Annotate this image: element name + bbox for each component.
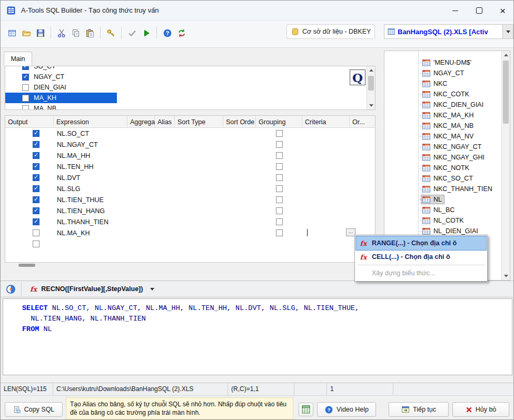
expression-cell[interactable]: NL.MA_KH	[54, 227, 127, 238]
grouping-checkbox[interactable]	[276, 207, 283, 214]
column-header-output[interactable]: Output	[5, 116, 54, 128]
output-checkbox[interactable]	[33, 207, 39, 214]
copy-sql-button[interactable]: Copy SQL	[5, 402, 63, 417]
grouping-checkbox[interactable]	[276, 229, 283, 236]
combo-dropdown-button[interactable]	[502, 25, 513, 38]
tree-item[interactable]: 'MENU-DM$'	[384, 57, 501, 68]
tree-item-selected[interactable]: NL	[384, 194, 501, 205]
expression-cell[interactable]: NL.TIEN_HANG	[54, 205, 127, 216]
close-button[interactable]	[491, 1, 514, 21]
column-header-alias[interactable]: Alias	[155, 116, 175, 128]
connection-button[interactable]	[174, 26, 189, 40]
expression-cell[interactable]: NL.MA_HH	[54, 150, 127, 161]
new-query-button[interactable]	[5, 26, 19, 40]
output-checkbox[interactable]	[33, 141, 39, 148]
tree-item[interactable]: NKC_MA_KH	[384, 110, 501, 121]
field-checkbox[interactable]	[22, 66, 29, 70]
tree-item[interactable]: NGAY_CT	[384, 68, 501, 78]
output-checkbox[interactable]	[33, 229, 39, 236]
tree-item[interactable]: NKC	[384, 78, 501, 89]
grouping-checkbox[interactable]	[276, 174, 283, 181]
output-checkbox[interactable]	[33, 196, 39, 203]
tree-item[interactable]: NKC_NOTK	[384, 163, 501, 173]
grouping-checkbox[interactable]	[276, 141, 283, 148]
output-checkbox[interactable]	[33, 185, 39, 192]
grouping-checkbox[interactable]	[276, 152, 283, 159]
grouping-checkbox[interactable]	[276, 163, 283, 170]
scroll-down-button[interactable]	[502, 272, 510, 280]
tree-item[interactable]: NKC_COTK	[384, 89, 501, 99]
field-list-item-selected[interactable]: MA_KH	[5, 93, 117, 103]
expression-cell[interactable]: NL.TIEN_THUE	[54, 194, 127, 205]
workbook-combobox[interactable]: BanHangSQL (2).XLS [Activ	[384, 24, 513, 39]
validate-button[interactable]	[125, 26, 139, 40]
copy-button[interactable]	[68, 26, 83, 40]
run-button[interactable]	[139, 26, 153, 40]
tree-item[interactable]: NKC_NGAY_CT	[384, 142, 501, 152]
expression-cell[interactable]: NL.NGAY_CT	[54, 139, 127, 150]
field-list-scrollbar[interactable]	[367, 66, 375, 109]
tree-item[interactable]: NL_COTK	[384, 215, 501, 226]
field-list-item[interactable]: DIEN_GIAI	[5, 82, 117, 93]
search-query-button[interactable]: Q	[350, 69, 365, 85]
continue-button[interactable]: Tiếp tục	[389, 402, 449, 417]
tree-item[interactable]: NKC_MA_NV	[384, 131, 501, 142]
open-button[interactable]	[19, 26, 33, 40]
field-list-item[interactable]: NGAY_CT	[5, 72, 117, 82]
field-checkbox[interactable]	[22, 95, 29, 102]
output-checkbox[interactable]	[33, 174, 39, 181]
sql-editor[interactable]: SELECT NL.SO_CT, NL.NGAY_CT, NL.MA_HH, N…	[3, 298, 512, 375]
expression-cell[interactable]: NL.THANH_TIEN	[54, 216, 127, 227]
scroll-up-button[interactable]	[502, 51, 510, 59]
output-checkbox[interactable]	[33, 163, 39, 170]
expression-cell[interactable]: NL.TEN_HH	[54, 161, 127, 172]
save-button[interactable]	[33, 26, 47, 40]
database-button[interactable]: Cơ sở dữ liệu - DBKEY	[286, 24, 375, 39]
menu-item-range[interactable]: fx RANGE(...) - Chọn địa chỉ ô	[356, 236, 486, 250]
output-checkbox[interactable]	[33, 241, 39, 247]
grouping-checkbox[interactable]	[276, 218, 283, 225]
expression-cell[interactable]: NL.SO_CT	[54, 128, 127, 139]
tree-item[interactable]: NKC_DIEN_GIAI	[384, 99, 501, 110]
expression-cell[interactable]: NL.SLG	[54, 183, 127, 194]
field-list-item[interactable]: MA_NB	[5, 103, 117, 110]
tree-item[interactable]: NKC_MA_NB	[384, 121, 501, 131]
scroll-down-button[interactable]	[367, 102, 375, 109]
minimize-button[interactable]	[443, 1, 467, 21]
column-header-grouping[interactable]: Grouping	[256, 116, 302, 128]
horizontal-scrollbar[interactable]	[5, 264, 375, 267]
paste-button[interactable]	[83, 26, 97, 40]
grouping-checkbox[interactable]	[276, 196, 283, 203]
key-button[interactable]	[104, 26, 118, 40]
expression-cell[interactable]: NL.DVT	[54, 172, 127, 183]
expression-cell[interactable]	[54, 238, 127, 249]
column-header-sort-type[interactable]: Sort Type	[175, 116, 223, 128]
output-checkbox[interactable]	[33, 152, 39, 159]
output-checkbox[interactable]	[33, 130, 39, 137]
field-list-item[interactable]: SO_CT	[5, 66, 117, 72]
tree-item[interactable]: NKC_THANH_TIEN	[384, 184, 501, 194]
cancel-button[interactable]: Hủy bỏ	[452, 402, 509, 417]
video-help-button[interactable]: Video Help	[317, 402, 376, 417]
menu-item-build-expression[interactable]: Xây dựng biểu thức...	[356, 266, 486, 280]
help-button[interactable]	[160, 26, 174, 40]
tab-main[interactable]: Main	[4, 52, 32, 66]
field-checkbox[interactable]	[22, 105, 29, 111]
field-checkbox[interactable]	[22, 74, 29, 81]
cut-button[interactable]	[54, 26, 68, 40]
menu-item-cell[interactable]: fx CELL(...) - Chọn địa chỉ ô	[356, 250, 486, 264]
scroll-thumb[interactable]	[503, 61, 509, 124]
tree-item[interactable]: NKC_NGAY_GHI	[384, 152, 501, 163]
tree-scrollbar[interactable]	[501, 51, 510, 280]
grouping-checkbox[interactable]	[276, 130, 283, 137]
column-header-aggregate[interactable]: Aggrega	[127, 116, 155, 128]
scroll-up-button[interactable]	[367, 66, 375, 74]
scroll-thumb[interactable]	[368, 76, 374, 91]
tree-item[interactable]: NKC_SO_CT	[384, 173, 501, 184]
spreadsheet-button[interactable]	[299, 403, 313, 416]
output-checkbox[interactable]	[33, 218, 39, 225]
grouping-checkbox[interactable]	[276, 185, 283, 192]
maximize-button[interactable]	[467, 1, 491, 21]
tree-item[interactable]: NL_BC	[384, 205, 501, 215]
column-header-sort-order[interactable]: Sort Orde	[223, 116, 256, 128]
